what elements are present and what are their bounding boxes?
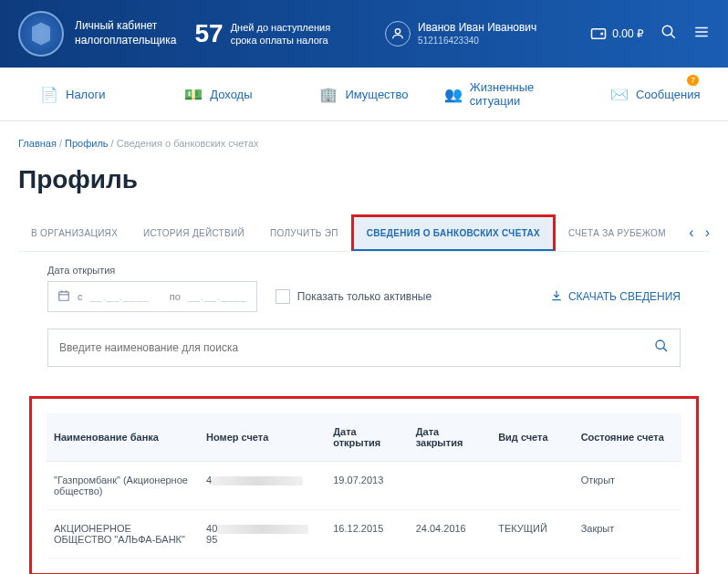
tab-history[interactable]: ИСТОРИЯ ДЕЙСТВИЙ (130, 217, 257, 249)
header-search-button[interactable] (660, 24, 677, 44)
accounts-table: Наименование банка Номер счета Дата откр… (47, 413, 681, 558)
user-info: Иванов Иван Иванович 512116423340 (418, 20, 536, 48)
svg-point-0 (395, 29, 400, 34)
document-icon: 📄 (40, 86, 58, 103)
col-close: Дата закрытия (409, 413, 491, 462)
svg-line-13 (663, 348, 667, 351)
balance-button[interactable]: 0.00 ₽ (590, 27, 644, 40)
cell-bank: АКЦИОНЕРНОЕ ОБЩЕСТВО "АЛЬФА-БАНК" (47, 510, 199, 558)
cell-account: 4095 (199, 510, 326, 558)
svg-line-4 (671, 34, 675, 38)
cell-status: Открыт (574, 462, 681, 510)
date-open-label: Дата открытия (47, 265, 681, 276)
site-emblem (18, 11, 64, 57)
people-icon: 👥 (444, 86, 463, 103)
cell-type (491, 462, 573, 510)
nav-situations[interactable]: 👥Жизненные ситуации (437, 68, 583, 120)
cell-type: ТЕКУЩИЙ (491, 510, 573, 558)
col-type: Вид счета (491, 413, 573, 462)
table-row[interactable]: "Газпромбанк" (Акционерное общество)419.… (47, 462, 681, 510)
svg-rect-8 (59, 292, 69, 300)
tab-bank-accounts[interactable]: СВЕДЕНИЯ О БАНКОВСКИХ СЧЕТАХ (351, 214, 556, 251)
nav-messages[interactable]: ✉️Сообщения7 (582, 68, 728, 120)
svg-point-12 (656, 340, 664, 349)
avatar-icon (385, 21, 411, 47)
download-icon (550, 289, 563, 305)
countdown-text: Дней до наступления срока оплаты налога (231, 21, 330, 47)
search-box[interactable] (47, 329, 681, 367)
table-row[interactable]: АКЦИОНЕРНОЕ ОБЩЕСТВО "АЛЬФА-БАНК"409516.… (47, 510, 681, 558)
app-header: Личный кабинет налогоплательщика 57 Дней… (0, 0, 728, 68)
content-area: Главная / Профиль / Сведения о банковски… (0, 121, 728, 574)
col-open: Дата открытия (326, 413, 408, 462)
cell-close (409, 462, 491, 510)
cell-open: 16.12.2015 (326, 510, 408, 558)
nav-property[interactable]: 🏢Имущество (291, 68, 437, 120)
tab-scroll: ‹ › (689, 224, 710, 241)
mail-icon: ✉️ (610, 86, 629, 103)
site-title: Личный кабинет налогоплательщика (75, 19, 176, 47)
tab-get-ep[interactable]: ПОЛУЧИТЬ ЭП (257, 217, 351, 249)
main-nav: 📄Налоги 💵Доходы 🏢Имущество 👥Жизненные си… (0, 68, 728, 121)
building-icon: 🏢 (319, 86, 338, 103)
tabs-row: В ОРГАНИЗАЦИЯХ ИСТОРИЯ ДЕЙСТВИЙ ПОЛУЧИТЬ… (18, 214, 710, 252)
svg-point-3 (662, 26, 672, 36)
cell-close: 24.04.2016 (409, 510, 491, 558)
col-account: Номер счета (199, 413, 326, 462)
search-input[interactable] (59, 341, 654, 354)
cell-status: Закрыт (574, 510, 681, 558)
page-title: Профиль (18, 165, 710, 194)
col-status: Состояние счета (574, 413, 681, 462)
col-bank: Наименование банка (47, 413, 199, 462)
tab-scroll-left[interactable]: ‹ (689, 224, 693, 241)
user-block[interactable]: Иванов Иван Иванович 512116423340 (385, 20, 536, 48)
tab-foreign-accounts[interactable]: СЧЕТА ЗА РУБЕЖОМ (556, 217, 679, 249)
calendar-icon (57, 289, 70, 304)
checkbox-icon (276, 289, 290, 304)
nav-taxes[interactable]: 📄Налоги (0, 68, 146, 120)
countdown-number: 57 (194, 19, 223, 48)
filters: Дата открытия с __.__.____ по __.__.____… (47, 265, 681, 367)
countdown-block: 57 Дней до наступления срока оплаты нало… (194, 19, 330, 48)
table-header-row: Наименование банка Номер счета Дата откр… (47, 413, 681, 462)
search-icon (654, 339, 669, 357)
date-range-input[interactable]: с __.__.____ по __.__.____ (47, 281, 257, 312)
messages-badge: 7 (687, 75, 699, 86)
show-active-checkbox[interactable]: Показать только активные (276, 289, 432, 304)
nav-income[interactable]: 💵Доходы (146, 68, 292, 120)
tab-organizations[interactable]: В ОРГАНИЗАЦИЯХ (18, 217, 130, 249)
breadcrumb-current: Сведения о банковских счетах (117, 138, 259, 149)
menu-button[interactable] (693, 24, 710, 44)
breadcrumb-profile[interactable]: Профиль (65, 138, 109, 149)
breadcrumb: Главная / Профиль / Сведения о банковски… (18, 138, 710, 149)
tab-scroll-right[interactable]: › (705, 224, 710, 241)
breadcrumb-home[interactable]: Главная (18, 138, 57, 149)
cell-open: 19.07.2013 (326, 462, 408, 510)
accounts-table-wrap: Наименование банка Номер счета Дата откр… (29, 396, 699, 574)
money-icon: 💵 (184, 86, 203, 103)
svg-point-2 (601, 33, 603, 35)
cell-bank: "Газпромбанк" (Акционерное общество) (47, 462, 199, 510)
download-button[interactable]: СКАЧАТЬ СВЕДЕНИЯ (550, 289, 681, 305)
cell-account: 4 (199, 462, 326, 510)
